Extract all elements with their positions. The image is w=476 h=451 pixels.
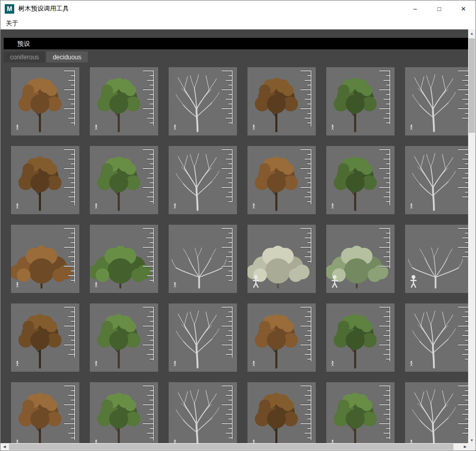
tree-thumbnail-image	[11, 382, 79, 444]
app-window: M 树木预设调用工具 – □ ✕ 关于 预设 coniferous decidu…	[0, 0, 476, 451]
tree-thumbnail-image	[247, 146, 316, 214]
scrollbar-corner	[468, 443, 475, 450]
tree-preset-thumbnail[interactable]	[90, 382, 158, 444]
tree-thumbnail-image	[90, 67, 158, 135]
tree-thumbnail-image	[90, 303, 158, 372]
tree-thumbnail-image	[169, 382, 237, 444]
tree-thumbnail-image	[90, 146, 158, 214]
tree-thumbnail-image	[326, 146, 395, 214]
tree-thumbnail-image	[11, 225, 79, 293]
tree-preset-thumbnail[interactable]	[11, 382, 79, 444]
preset-grid	[11, 67, 469, 444]
tree-thumbnail-image	[326, 382, 395, 444]
tree-preset-thumbnail[interactable]	[326, 67, 395, 135]
vertical-scrollbar[interactable]: ▲ ▼	[468, 29, 475, 444]
tree-preset-thumbnail[interactable]	[169, 67, 237, 135]
tree-preset-thumbnail[interactable]	[247, 67, 316, 135]
menu-item-about[interactable]: 关于	[1, 19, 24, 28]
tree-thumbnail-image	[247, 225, 316, 293]
tree-preset-thumbnail[interactable]	[90, 225, 158, 293]
tree-preset-thumbnail[interactable]	[11, 225, 79, 293]
tree-thumbnail-image	[11, 303, 79, 372]
tree-thumbnail-image	[326, 67, 395, 135]
title-bar: M 树木预设调用工具 – □ ✕	[1, 1, 475, 17]
tab-strip: coniferous deciduous	[4, 51, 89, 62]
tree-preset-thumbnail[interactable]	[405, 67, 469, 135]
tree-thumbnail-image	[405, 382, 469, 444]
tree-thumbnail-image	[405, 225, 469, 293]
tree-preset-thumbnail[interactable]	[405, 382, 469, 444]
tree-preset-thumbnail[interactable]	[405, 146, 469, 214]
tree-preset-thumbnail[interactable]	[169, 146, 237, 214]
app-icon: M	[5, 4, 14, 14]
scroll-left-icon[interactable]: ◀	[1, 443, 8, 450]
menu-bar: 关于	[1, 17, 475, 29]
tree-preset-thumbnail[interactable]	[169, 382, 237, 444]
tree-preset-thumbnail[interactable]	[326, 303, 395, 372]
tree-preset-thumbnail[interactable]	[169, 303, 237, 372]
tree-thumbnail-image	[247, 382, 316, 444]
horizontal-scrollbar[interactable]: ◀ ▶	[1, 443, 469, 450]
horizontal-scroll-thumb[interactable]	[9, 444, 453, 450]
window-controls: – □ ✕	[403, 1, 475, 17]
tree-thumbnail-image	[405, 67, 469, 135]
tree-preset-thumbnail[interactable]	[247, 382, 316, 444]
tree-preset-thumbnail[interactable]	[11, 146, 79, 214]
tab-deciduous[interactable]: deciduous	[46, 51, 88, 62]
tree-thumbnail-image	[169, 303, 237, 372]
tree-thumbnail-image	[11, 146, 79, 214]
presets-header-label: 预设	[4, 39, 30, 48]
tree-thumbnail-image	[405, 303, 469, 372]
tree-thumbnail-image	[247, 303, 316, 372]
tree-thumbnail-image	[90, 225, 158, 293]
tree-preset-thumbnail[interactable]	[405, 225, 469, 293]
tree-preset-thumbnail[interactable]	[169, 225, 237, 293]
tree-thumbnail-image	[169, 225, 237, 293]
scroll-up-icon[interactable]: ▲	[468, 29, 475, 37]
tree-thumbnail-image	[247, 67, 316, 135]
tree-thumbnail-image	[90, 382, 158, 444]
minimize-button[interactable]: –	[403, 1, 427, 17]
tree-thumbnail-image	[405, 146, 469, 214]
tree-preset-thumbnail[interactable]	[326, 382, 395, 444]
window-title: 树木预设调用工具	[18, 4, 69, 13]
tree-thumbnail-image	[169, 146, 237, 214]
tab-coniferous[interactable]: coniferous	[4, 51, 45, 62]
presets-header-bar: 预设	[4, 38, 468, 49]
tree-preset-thumbnail[interactable]	[11, 67, 79, 135]
tree-thumbnail-image	[11, 67, 79, 135]
tree-preset-thumbnail[interactable]	[326, 225, 395, 293]
tree-preset-thumbnail[interactable]	[90, 146, 158, 214]
tree-preset-thumbnail[interactable]	[326, 146, 395, 214]
tree-preset-thumbnail[interactable]	[11, 303, 79, 372]
tree-preset-thumbnail[interactable]	[247, 303, 316, 372]
content-area: 预设 coniferous deciduous	[1, 29, 469, 444]
maximize-button[interactable]: □	[427, 1, 451, 17]
tree-preset-thumbnail[interactable]	[90, 67, 158, 135]
vertical-scroll-thumb[interactable]	[469, 38, 475, 133]
tree-preset-thumbnail[interactable]	[405, 303, 469, 372]
tree-thumbnail-image	[169, 67, 237, 135]
tree-preset-thumbnail[interactable]	[90, 303, 158, 372]
tree-preset-thumbnail[interactable]	[247, 225, 316, 293]
close-button[interactable]: ✕	[451, 1, 475, 17]
tree-thumbnail-image	[326, 303, 395, 372]
tree-preset-thumbnail[interactable]	[247, 146, 316, 214]
tree-thumbnail-image	[326, 225, 395, 293]
